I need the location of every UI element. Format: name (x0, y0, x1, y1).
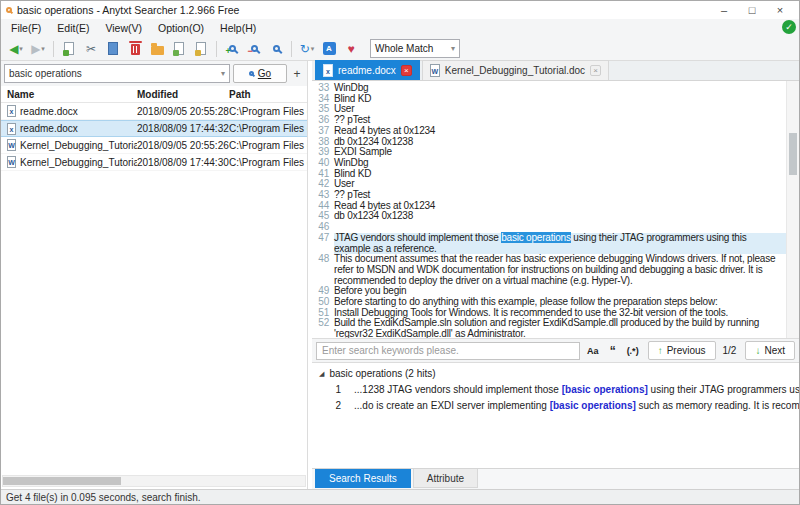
file-modified-cell: 2018/08/09 17:44:32 (137, 123, 229, 134)
tab-search-results[interactable]: Search Results (315, 469, 411, 488)
match-case-button[interactable]: Aa (583, 346, 603, 356)
docx-file-icon: x (7, 123, 16, 135)
badge (63, 50, 69, 56)
vertical-scrollbar[interactable] (786, 81, 799, 338)
file-name-text: readme.docx (20, 123, 78, 134)
scrollbar-thumb[interactable] (3, 477, 121, 485)
chevron-down-icon: ▾ (451, 44, 455, 53)
table-row[interactable]: xreadme.docx2018/09/05 20:55:28C:\Progra… (1, 103, 307, 120)
column-header-path[interactable]: Path (229, 89, 307, 100)
document-line: 35User (312, 104, 786, 115)
match-word-button[interactable]: “ (606, 348, 620, 354)
document-line: 37Read 4 bytes at 0x1234 (312, 126, 786, 137)
document-line: 41Blind KD (312, 169, 786, 180)
tab-attribute[interactable]: Attribute (413, 469, 478, 488)
tab-label: Kernel_Debugging_Tutorial.doc (445, 65, 585, 76)
new-doc-button[interactable] (191, 39, 211, 59)
search-results-panel: ◢ basic operations (2 hits) 1...1238 JTA… (312, 363, 799, 468)
document-line: 39EXDI Sample (312, 147, 786, 158)
results-group-row[interactable]: ◢ basic operations (2 hits) (312, 366, 799, 381)
tab-readme-docx[interactable]: xreadme.docx× (315, 60, 420, 80)
previous-button[interactable]: ↑ Previous (648, 341, 716, 360)
line-text: Build the ExdiKdSample.sln solution and … (334, 318, 786, 338)
expander-icon[interactable]: ◢ (319, 370, 324, 378)
status-bar: Get 4 file(s) in 0.095 seconds, search f… (1, 489, 799, 504)
minimize-button[interactable]: – (710, 2, 738, 18)
search-hit-row[interactable]: 1...1238 JTAG vendors should implement t… (312, 381, 799, 397)
results-group-label: basic operations (2 hits) (329, 368, 435, 379)
file-modified-cell: 2018/09/05 20:55:26 (137, 140, 229, 151)
toolbar-buttons: ◀▾▶▾✂+−↻▾A♥ (5, 39, 362, 59)
donate-heart-button[interactable]: ♥ (341, 39, 361, 59)
column-header-modified[interactable]: Modified (137, 89, 229, 100)
scrollbar-thumb[interactable] (789, 133, 797, 175)
maximize-button[interactable]: □ (738, 2, 766, 18)
search-query-input[interactable] (9, 66, 220, 81)
search-match-highlight: basic operations (501, 232, 571, 243)
regex-button[interactable]: (.*) (623, 346, 643, 356)
table-row[interactable]: WKernel_Debugging_Tutorial....2018/08/09… (1, 154, 307, 171)
next-button[interactable]: ↓ Next (745, 341, 795, 360)
menu-item-help-h[interactable]: Help(H) (212, 19, 264, 37)
table-row[interactable]: xreadme.docx2018/08/09 17:44:32C:\Progra… (1, 120, 307, 137)
back-button[interactable]: ◀▾ (6, 39, 26, 59)
match-mode-select[interactable]: Whole Match ▾ (370, 39, 460, 58)
hit-text: ...do is create an EXDI server implement… (354, 400, 799, 411)
file-name-text: readme.docx (20, 106, 78, 117)
line-text: JTAG vendors should implement those basi… (334, 233, 786, 254)
zoom-in-button[interactable]: + (222, 39, 242, 59)
menu-item-edit-e[interactable]: Edit(E) (49, 19, 97, 37)
open-folder-button[interactable] (147, 39, 167, 59)
find-bar: Aa “ (.*) ↑ Previous 1/2 ↓ Next (312, 338, 799, 363)
menu-item-view-v[interactable]: View(V) (97, 19, 150, 37)
cut-button[interactable]: ✂ (81, 39, 101, 59)
menu-item-file-f[interactable]: File(F) (3, 19, 49, 37)
translate-button[interactable]: A (319, 39, 339, 59)
horizontal-scrollbar[interactable] (2, 475, 306, 487)
hit-index: 2 (312, 400, 354, 411)
bottom-tabbar: Search ResultsAttribute (312, 468, 799, 489)
line-text: This document assumes that the reader ha… (334, 254, 786, 286)
file-path-cell: C:\Program Files (x86)\ (229, 157, 307, 168)
go-button[interactable]: Go (233, 64, 287, 83)
document-view[interactable]: 33WinDbg34Blind KD35User36?? pTest37Read… (312, 81, 799, 338)
refresh-button[interactable]: ↻▾ (297, 39, 317, 59)
refresh-icon: ↻ (300, 43, 310, 55)
toolbar-separator (216, 41, 217, 57)
tab-kernel-debugging-tutorial-doc[interactable]: WKernel_Debugging_Tutorial.doc× (422, 60, 609, 80)
window-title: basic operations - Anytxt Searcher 1.2.9… (17, 4, 710, 16)
file-name-cell: WKernel_Debugging_Tutorial.... (7, 139, 137, 151)
open-with-button[interactable] (169, 39, 189, 59)
close-button[interactable]: × (766, 2, 794, 18)
close-tab-icon[interactable]: × (590, 65, 601, 76)
match-counter: 1/2 (719, 345, 741, 356)
copy-button[interactable] (103, 39, 123, 59)
zoom-in-icon: + (229, 45, 236, 52)
search-hit-row[interactable]: 2...do is create an EXDI server implemen… (312, 397, 799, 413)
file-name-cell: WKernel_Debugging_Tutorial.... (7, 156, 137, 168)
line-text: Blind KD (334, 94, 786, 105)
document-line: 42User (312, 179, 786, 190)
search-query-combobox[interactable]: ▾ (4, 64, 230, 83)
search-button[interactable] (266, 39, 286, 59)
export-button[interactable] (59, 39, 79, 59)
forward-button[interactable]: ▶▾ (28, 39, 48, 59)
doc-file-icon: W (7, 139, 16, 151)
document-line: 48This document assumes that the reader … (312, 254, 786, 286)
column-header-name[interactable]: Name (7, 89, 137, 100)
find-keywords-input[interactable] (316, 342, 580, 360)
add-search-tab-button[interactable]: + (290, 67, 304, 81)
chevron-down-icon: ▾ (311, 45, 315, 53)
delete-button[interactable] (125, 39, 145, 59)
export-icon (64, 42, 74, 55)
line-number: 52 (312, 318, 334, 338)
menu-item-option-o[interactable]: Option(O) (150, 19, 212, 37)
file-table-header: Name Modified Path (1, 86, 307, 103)
table-row[interactable]: WKernel_Debugging_Tutorial....2018/09/05… (1, 137, 307, 154)
go-button-label: Go (258, 68, 271, 79)
close-tab-icon[interactable]: × (401, 65, 412, 76)
chevron-down-icon: ▾ (41, 45, 45, 53)
file-name-cell: xreadme.docx (7, 105, 137, 117)
doc-file-icon: W (430, 64, 440, 77)
zoom-out-button[interactable]: − (244, 39, 264, 59)
